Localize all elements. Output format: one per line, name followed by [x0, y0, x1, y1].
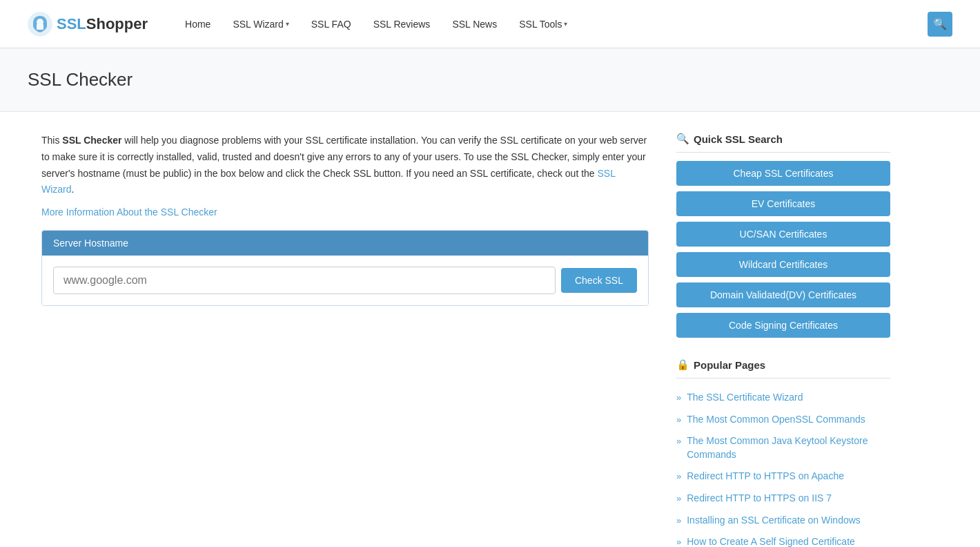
- popular-item-5: » Installing an SSL Certificate on Windo…: [676, 510, 890, 532]
- nav-ssl-faq[interactable]: SSL FAQ: [302, 13, 361, 35]
- right-column: 🔍 Quick SSL Search Cheap SSL Certificate…: [676, 133, 890, 547]
- check-ssl-button[interactable]: Check SSL: [561, 268, 637, 293]
- popular-link-6[interactable]: How to Create A Self Signed Certificate: [687, 535, 855, 547]
- popular-link-1[interactable]: The Most Common OpenSSL Commands: [687, 413, 865, 427]
- popular-link-2[interactable]: The Most Common Java Keytool Keystore Co…: [687, 434, 890, 461]
- search-icon: 🔍: [933, 17, 947, 30]
- popular-item-3: » Redirect HTTP to HTTPS on Apache: [676, 466, 890, 488]
- nav-ssl-news[interactable]: SSL News: [442, 13, 507, 35]
- ev-ssl-btn[interactable]: EV Certificates: [676, 191, 890, 216]
- popular-item-6: » How to Create A Self Signed Certificat…: [676, 531, 890, 547]
- svg-rect-2: [37, 24, 43, 30]
- nav-ssl-reviews[interactable]: SSL Reviews: [364, 13, 440, 35]
- popular-pages-section: 🔒 Popular Pages » The SSL Certificate Wi…: [676, 358, 890, 547]
- code-signing-btn[interactable]: Code Signing Certificates: [676, 313, 890, 338]
- page-title: SSL Checker: [28, 69, 952, 90]
- site-logo[interactable]: SSLShopper: [28, 12, 148, 37]
- chevron-icon: »: [676, 436, 681, 446]
- popular-pages-title: 🔒 Popular Pages: [676, 358, 890, 378]
- quick-ssl-search-section: 🔍 Quick SSL Search Cheap SSL Certificate…: [676, 133, 890, 338]
- quick-search-icon: 🔍: [676, 133, 689, 145]
- nav-ssl-wizard[interactable]: SSL Wizard ▾: [223, 13, 298, 35]
- wildcard-ssl-btn[interactable]: Wildcard Certificates: [676, 252, 890, 277]
- chevron-icon: »: [676, 471, 681, 481]
- popular-link-5[interactable]: Installing an SSL Certificate on Windows: [687, 514, 861, 528]
- logo-icon: [28, 12, 52, 37]
- nav-ssl-tools-arrow: ▾: [564, 20, 567, 28]
- dv-ssl-btn[interactable]: Domain Validated(DV) Certificates: [676, 282, 890, 307]
- popular-pages-icon: 🔒: [676, 358, 689, 371]
- nav-ssl-tools[interactable]: SSL Tools ▾: [509, 13, 577, 35]
- hostname-input[interactable]: [53, 267, 556, 294]
- cheap-ssl-btn[interactable]: Cheap SSL Certificates: [676, 161, 890, 186]
- page-title-area: SSL Checker: [0, 48, 980, 112]
- left-column: This SSL Checker will help you diagnose …: [41, 133, 649, 547]
- popular-list: » The SSL Certificate Wizard » The Most …: [676, 387, 890, 547]
- nav-home[interactable]: Home: [175, 13, 220, 35]
- ucsan-ssl-btn[interactable]: UC/SAN Certificates: [676, 222, 890, 247]
- popular-link-4[interactable]: Redirect HTTP to HTTPS on IIS 7: [687, 492, 832, 506]
- checker-body: Check SSL: [42, 256, 648, 305]
- chevron-icon: »: [676, 537, 681, 547]
- logo-ssl: SSL: [57, 15, 86, 33]
- quick-ssl-search-title: 🔍 Quick SSL Search: [676, 133, 890, 153]
- search-button[interactable]: 🔍: [928, 12, 952, 37]
- popular-link-3[interactable]: Redirect HTTP to HTTPS on Apache: [687, 470, 844, 483]
- chevron-icon: »: [676, 414, 681, 425]
- popular-item-4: » Redirect HTTP to HTTPS on IIS 7: [676, 488, 890, 510]
- nav-ssl-wizard-arrow: ▾: [286, 20, 289, 28]
- description-text: This SSL Checker will help you diagnose …: [41, 133, 649, 198]
- logo-shopper: Shopper: [86, 15, 148, 33]
- main-nav: Home SSL Wizard ▾ SSL FAQ SSL Reviews SS…: [175, 13, 928, 35]
- checker-header: Server Hostname: [42, 231, 648, 256]
- chevron-icon: »: [676, 493, 681, 503]
- chevron-icon: »: [676, 515, 681, 526]
- chevron-icon: »: [676, 392, 681, 403]
- popular-item-0: » The SSL Certificate Wizard: [676, 387, 890, 409]
- more-info-link[interactable]: More Information About the SSL Checker: [41, 207, 217, 218]
- popular-item-2: » The Most Common Java Keytool Keystore …: [676, 430, 890, 466]
- popular-item-1: » The Most Common OpenSSL Commands: [676, 409, 890, 431]
- popular-link-0[interactable]: The SSL Certificate Wizard: [687, 391, 803, 405]
- checker-box: Server Hostname Check SSL: [41, 230, 649, 306]
